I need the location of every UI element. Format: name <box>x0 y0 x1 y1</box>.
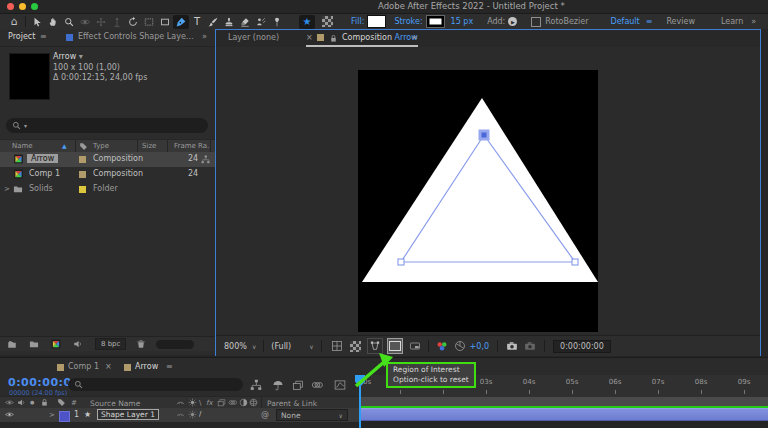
column-name[interactable]: Name <box>12 142 33 150</box>
close-window-button[interactable] <box>7 3 14 10</box>
new-folder-icon[interactable] <box>29 339 39 349</box>
row-name[interactable]: Comp 1 <box>29 169 60 178</box>
resolution-chevron-icon[interactable]: ∨ <box>309 343 313 350</box>
workspace-tab-review[interactable]: Review <box>666 17 695 26</box>
workspace-menu-icon[interactable]: ≡ <box>646 17 653 26</box>
stroke-label[interactable]: Stroke: <box>394 17 422 26</box>
comp-usage-icon[interactable] <box>201 155 210 164</box>
row-name[interactable]: Solids <box>29 184 53 193</box>
timeline-search-input[interactable] <box>68 378 243 391</box>
row-name-selected[interactable]: Arrow <box>27 154 58 163</box>
workspace-tab-learn[interactable]: Learn <box>721 17 743 26</box>
table-row-comp1[interactable]: Comp 1 Composition 24 <box>0 167 215 182</box>
preview-time-display[interactable]: 0:00:00:00 <box>553 340 611 353</box>
composition-canvas[interactable] <box>358 70 598 332</box>
resolution-dropdown[interactable]: (Full) <box>271 342 291 351</box>
tool-creates-mask-button[interactable] <box>319 15 335 29</box>
workspace-tab-default[interactable]: Default <box>610 17 639 26</box>
take-snapshot-icon[interactable] <box>506 340 518 352</box>
layer-label-chip[interactable] <box>59 411 70 422</box>
pen-tool[interactable] <box>173 15 189 29</box>
rotation-tool[interactable] <box>125 15 141 29</box>
pan-camera-tool[interactable] <box>93 15 109 29</box>
workspace-overflow-icon[interactable]: » <box>751 17 756 26</box>
comp-panel-menu-icon[interactable]: ≡ <box>411 33 418 42</box>
footage-thumbnail[interactable] <box>9 53 50 100</box>
frame-blending-icon[interactable] <box>292 379 304 391</box>
new-composition-icon[interactable] <box>51 339 61 349</box>
label-column-icon[interactable] <box>79 142 88 151</box>
layer-collapse-switch[interactable] <box>188 410 197 419</box>
brush-tool[interactable] <box>205 15 221 29</box>
type-tool[interactable]: T <box>189 15 205 29</box>
add-button[interactable]: ▶ <box>508 17 517 26</box>
layer-name-field[interactable]: Shape Layer 1 <box>97 409 159 420</box>
dolly-camera-tool[interactable] <box>109 15 125 29</box>
puppet-pin-tool[interactable] <box>269 15 285 29</box>
table-row-arrow[interactable]: Arrow Composition 24 <box>0 152 215 167</box>
source-name-column[interactable]: Source Name <box>90 399 140 408</box>
fill-label[interactable]: Fill: <box>351 17 364 26</box>
minimize-window-button[interactable] <box>19 3 26 10</box>
sort-ascending-icon[interactable]: ▲ <box>62 142 67 149</box>
timeline-tab-comp1[interactable]: Comp 1 <box>68 362 99 371</box>
rectangle-tool[interactable] <box>157 15 173 29</box>
column-framerate[interactable]: Frame Ra.. <box>174 142 212 150</box>
home-button[interactable]: ⌂ <box>6 15 22 29</box>
column-size[interactable]: Size <box>142 142 156 150</box>
timeline-tab-arrow[interactable]: Arrow <box>135 362 158 371</box>
project-panel-menu-icon[interactable]: ≡ <box>40 32 47 41</box>
layer-quality-switch[interactable]: / <box>199 410 201 418</box>
exposure-value[interactable]: +0,0 <box>470 342 489 351</box>
lock-icon[interactable] <box>329 34 338 43</box>
layer-expander-icon[interactable]: > <box>49 411 55 419</box>
magnification-chevron-icon[interactable]: ∨ <box>252 343 256 350</box>
table-row-solids[interactable]: > Solids Folder <box>0 182 215 197</box>
label-color-chip[interactable] <box>79 186 86 193</box>
tab-project[interactable]: Project <box>8 32 35 41</box>
motion-blur-icon[interactable] <box>311 379 323 391</box>
speaker-muted-icon[interactable] <box>73 339 83 349</box>
delete-item-icon[interactable] <box>136 339 146 349</box>
comp-mini-flowchart-icon[interactable] <box>250 379 262 391</box>
search-dropdown-icon[interactable]: ▾ <box>24 122 27 129</box>
selection-tool[interactable] <box>29 15 45 29</box>
layer-visibility-toggle[interactable] <box>5 410 14 419</box>
zoom-tool[interactable] <box>61 15 77 29</box>
eraser-tool[interactable] <box>237 15 253 29</box>
exposure-icon[interactable] <box>454 340 466 352</box>
rotobezier-checkbox[interactable] <box>531 17 541 27</box>
bit-depth-button[interactable]: 8 bpc <box>95 338 126 350</box>
composition-viewport[interactable] <box>216 47 760 335</box>
channels-icon[interactable] <box>436 340 448 352</box>
draft-3d-icon[interactable] <box>272 379 284 391</box>
stroke-swatch[interactable] <box>426 15 445 28</box>
interpret-footage-icon[interactable] <box>7 339 17 349</box>
label-color-chip[interactable] <box>79 171 86 178</box>
graph-editor-icon[interactable] <box>334 379 346 391</box>
project-search-input[interactable]: ▾ <box>6 118 208 133</box>
preview-dropdown-icon[interactable]: ▾ <box>79 52 83 61</box>
comp-tab-close-icon[interactable]: × <box>306 33 313 42</box>
clone-stamp-tool[interactable] <box>221 15 237 29</box>
tab-layer-viewer[interactable]: Layer (none) <box>228 33 279 42</box>
label-color-chip[interactable] <box>79 156 86 163</box>
tool-creates-shape-button[interactable]: ★ <box>299 15 315 29</box>
expander-icon[interactable]: > <box>4 185 10 193</box>
pan-behind-tool[interactable] <box>141 15 157 29</box>
arrow-tab-menu-icon[interactable]: ≡ <box>166 362 173 371</box>
hand-tool[interactable] <box>45 15 61 29</box>
stroke-width-value[interactable]: 15 px <box>451 17 474 26</box>
magnification-dropdown[interactable]: 800% <box>224 342 247 351</box>
column-type[interactable]: Type <box>93 142 109 150</box>
project-tab-overflow-icon[interactable]: » <box>202 32 207 41</box>
roto-brush-tool[interactable] <box>253 15 269 29</box>
layer-duration-bar[interactable] <box>360 408 768 421</box>
comp1-tab-close-icon[interactable]: × <box>105 362 112 371</box>
parent-dropdown[interactable]: None ∨ <box>276 409 348 421</box>
tab-composition-viewer[interactable]: Composition Arrow <box>342 33 418 42</box>
layer-row-shape-layer-1[interactable]: > 1 ★ Shape Layer 1 / @ None ∨ <box>0 408 360 423</box>
tab-effect-controls[interactable]: Effect Controls Shape Layer 1 <box>78 32 196 41</box>
layer-shy-switch[interactable] <box>176 410 185 419</box>
orbit-camera-tool[interactable] <box>77 15 93 29</box>
